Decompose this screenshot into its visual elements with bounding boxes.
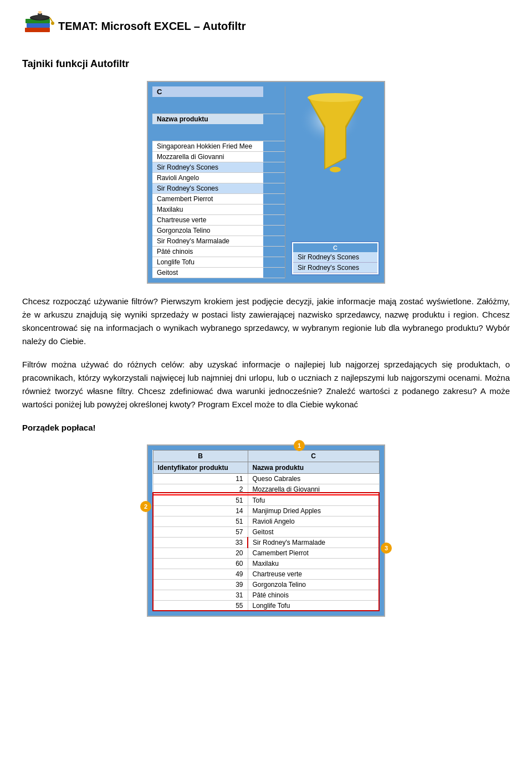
svg-point-13 <box>330 167 341 172</box>
table-header-row: B C <box>153 451 379 462</box>
product-row: Camembert Pierrot <box>152 194 263 204</box>
product-name: Tofu <box>248 495 379 506</box>
p1-text: Chcesz rozpocząć używanie filtrów? Pierw… <box>22 296 510 346</box>
badge-3: 3 <box>381 543 392 554</box>
product-id: 49 <box>153 569 248 580</box>
product-id: 51 <box>153 516 248 527</box>
table-row: 11 Queso Cabrales <box>153 474 379 484</box>
product-id: 33 <box>153 538 248 548</box>
excel-row: Geitost <box>152 268 285 278</box>
excel-row: Chartreuse verte <box>152 215 285 226</box>
page-header: TEMAT: Microsoft EXCEL – Autofiltr <box>22 11 510 42</box>
product-id: 14 <box>153 506 248 516</box>
product-name: Manjimup Dried Apples <box>248 506 379 516</box>
excel-row: Sir Rodney's Scones <box>152 162 285 173</box>
excel-row: Gorgonzola Telino <box>152 226 285 236</box>
product-name: Gorgonzola Telino <box>248 580 379 590</box>
product-name: Maxilaku <box>248 559 379 569</box>
product-row: Pâté chinois <box>152 247 263 257</box>
logo-image <box>22 11 58 42</box>
table-row: 51 Ravioli Angelo <box>153 516 379 527</box>
paragraph-2: Filtrów można używać do różnych celów: a… <box>22 358 510 411</box>
product-row: Ravioli Angelo <box>152 173 263 183</box>
p2-text: Filtrów można używać do różnych celów: a… <box>22 360 510 409</box>
excel-row: Mozzarella di Giovanni <box>152 152 285 162</box>
col-b-header: B <box>153 451 248 462</box>
excel-row: Camembert Pierrot <box>152 194 285 204</box>
excel-screenshot-2: 2 3 B C Identyfikator produktu Nazwa pro… <box>147 444 385 617</box>
product-row: Gorgonzola Telino <box>152 226 263 236</box>
paragraph-1: Chcesz rozpocząć używanie filtrów? Pierw… <box>22 295 510 348</box>
table-row: 55 Longlife Tofu <box>153 601 379 611</box>
excel-row: Singaporean Hokkien Fried Mee <box>152 141 285 152</box>
excel-row: Maxilaku <box>152 204 285 215</box>
col-c-header: C <box>152 86 263 97</box>
product-id: 39 <box>153 580 248 590</box>
svg-point-12 <box>308 93 363 102</box>
product-id: 60 <box>153 559 248 569</box>
excel-row: Ravioli Angelo <box>152 173 285 183</box>
product-id: 2 <box>153 484 248 495</box>
table-row: 60 Maxilaku <box>153 559 379 569</box>
bold-label: Porządek popłaca! <box>22 421 510 434</box>
popup-header: C <box>293 243 377 252</box>
excel-table-image: 1 2 3 B C Identyfikator produktu Nazwa p… <box>22 444 510 617</box>
product-name: Longlife Tofu <box>248 601 379 611</box>
col-header-row: C <box>152 86 285 114</box>
badge-2: 2 <box>140 501 151 512</box>
table-row: 33 Sir Rodney's Marmalade <box>153 538 379 548</box>
excel-row: Pâté chinois <box>152 247 285 257</box>
product-id: 11 <box>153 474 248 484</box>
product-row: Sir Rodney's Marmalade <box>152 236 263 246</box>
col-c-header: C <box>248 451 379 462</box>
svg-rect-1 <box>27 23 50 28</box>
excel-row: Sir Rodney's Marmalade <box>152 236 285 247</box>
name-column-header: Nazwa produktu <box>248 462 379 474</box>
table-row: 31 Pâté chinois <box>153 590 379 601</box>
product-id: 51 <box>153 495 248 506</box>
excel-row: Longlife Tofu <box>152 257 285 268</box>
product-name: Pâté chinois <box>248 590 379 601</box>
product-row: Maxilaku <box>152 204 263 214</box>
product-name: Sir Rodney's Marmalade <box>248 538 379 548</box>
badge-2-container: 2 <box>140 501 151 512</box>
product-row: Longlife Tofu <box>152 257 263 267</box>
excel-row: Nazwa produktu <box>152 114 285 141</box>
badge-3-container: 3 <box>381 543 392 554</box>
svg-rect-0 <box>25 28 50 32</box>
product-row: Mozzarella di Giovanni <box>152 152 263 162</box>
product-name: Ravioli Angelo <box>248 516 379 527</box>
excel-screenshot-1: C Nazwa produktu Singaporean Hokkien Fri… <box>147 81 385 284</box>
excel-row: Sir Rodney's Scones <box>152 183 285 194</box>
porządek-label: Porządek popłaca! <box>22 423 96 432</box>
product-row: Chartreuse verte <box>152 215 263 225</box>
product-id: 20 <box>153 548 248 559</box>
filter-dropdown-popup: C Sir Rodney's Scones Sir Rodney's Scone… <box>291 241 380 275</box>
popup-row-1: Sir Rodney's Scones <box>293 252 377 263</box>
table-label-row: Identyfikator produktu Nazwa produktu <box>153 462 379 474</box>
badge-1-container: 1 <box>294 440 305 451</box>
product-name: Chartreuse verte <box>248 569 379 580</box>
table-row: 2 Mozzarella di Giovanni <box>153 484 379 495</box>
product-row: Geitost <box>152 268 263 278</box>
table-row: 51 Tofu <box>153 495 379 506</box>
product-name: Mozzarella di Giovanni <box>248 484 379 495</box>
table-row: 14 Manjimup Dried Apples <box>153 506 379 516</box>
section-title: Tajniki funkcji Autofiltr <box>22 58 510 70</box>
product-row-selected: Sir Rodney's Scones <box>152 162 263 172</box>
funnel-icon <box>296 92 374 175</box>
page-title: TEMAT: Microsoft EXCEL – Autofiltr <box>58 20 246 33</box>
badge-1: 1 <box>294 440 305 451</box>
table-row: 57 Geitost <box>153 527 379 538</box>
product-row-selected: Sir Rodney's Scones <box>152 183 263 193</box>
svg-point-7 <box>51 22 54 25</box>
table-row: 39 Gorgonzola Telino <box>153 580 379 590</box>
svg-line-6 <box>50 18 53 22</box>
product-table: B C Identyfikator produktu Nazwa produkt… <box>152 450 380 611</box>
product-name: Queso Cabrales <box>248 474 379 484</box>
table-row: 49 Chartreuse verte <box>153 569 379 580</box>
table-row: 20 Camembert Pierrot <box>153 548 379 559</box>
product-row: Singaporean Hokkien Fried Mee <box>152 141 263 151</box>
autofilter-image: C Nazwa produktu Singaporean Hokkien Fri… <box>22 81 510 284</box>
product-id: 31 <box>153 590 248 601</box>
